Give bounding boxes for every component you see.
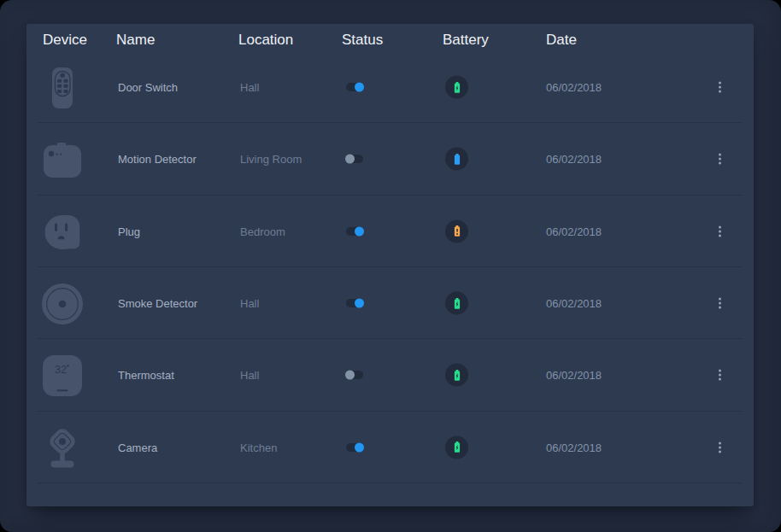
svg-text:32: 32: [55, 364, 67, 376]
